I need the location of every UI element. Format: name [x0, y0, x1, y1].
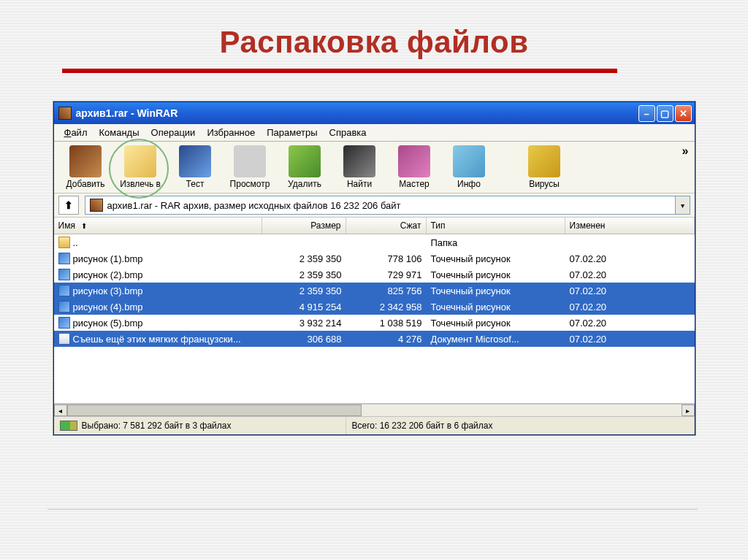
col-type[interactable]: Тип [427, 218, 565, 234]
sort-indicator-icon: ⬆ [81, 222, 87, 230]
toolbar-find[interactable]: Найти [332, 144, 387, 191]
file-date: 07.02.20 [565, 302, 695, 312]
toolbar-overflow[interactable]: » [682, 145, 689, 158]
file-list[interactable]: ..Папкарисунок (1).bmp2 359 350778 106То… [54, 234, 695, 404]
toolbar-info-label: Инфо [442, 179, 497, 189]
table-row[interactable]: ..Папка [54, 234, 695, 250]
scroll-thumb[interactable] [67, 404, 362, 416]
file-size: 2 359 350 [262, 269, 346, 280]
file-size: 2 359 350 [262, 285, 346, 296]
toolbar-add-label: Добавить [58, 179, 113, 189]
close-button[interactable]: ✕ [675, 105, 692, 122]
toolbar-add[interactable]: Добавить [58, 144, 113, 191]
file-type: Точечный рисунок [427, 269, 565, 280]
menu-options[interactable]: Параметры [261, 125, 323, 140]
menu-favorites-label: Избранное [207, 127, 255, 138]
menu-favorites[interactable]: Избранное [201, 125, 261, 140]
file-name: рисунок (5).bmp [73, 318, 143, 329]
toolbar-delete-label: Удалить [278, 179, 332, 189]
menu-help-label: Справка [329, 127, 367, 138]
file-type: Точечный рисунок [427, 318, 565, 329]
col-size-label: Размер [310, 220, 340, 231]
table-row[interactable]: рисунок (4).bmp4 915 2542 342 958Точечны… [54, 299, 695, 315]
toolbar-virus[interactable]: Вирусы [517, 144, 572, 191]
file-packed: 778 106 [346, 253, 427, 264]
col-name-label: Имя [58, 220, 75, 231]
file-date: 07.02.20 [565, 285, 695, 296]
wizard-icon [398, 145, 430, 177]
col-packed[interactable]: Сжат [346, 218, 427, 234]
file-icon [58, 285, 70, 296]
menu-operations-label: Операции [151, 127, 196, 138]
file-icon [58, 301, 70, 312]
file-packed: 4 276 [346, 334, 427, 345]
horizontal-scrollbar[interactable]: ◂ ▸ [54, 404, 695, 417]
file-name: рисунок (1).bmp [73, 253, 143, 264]
col-size[interactable]: Размер [262, 218, 346, 234]
file-packed: 2 342 958 [346, 302, 427, 312]
col-name[interactable]: Имя⬆ [54, 218, 262, 234]
path-dropdown[interactable]: ▾ [676, 196, 690, 215]
toolbar-wizard-label: Мастер [387, 179, 442, 189]
scroll-left-button[interactable]: ◂ [54, 404, 67, 416]
status-total: Всего: 16 232 206 байт в 6 файлах [346, 417, 695, 434]
menu-operations[interactable]: Операции [145, 125, 202, 140]
winrar-window: архив1.rar - WinRAR – ▢ ✕ Файл Команды О… [53, 101, 695, 435]
file-packed: 825 756 [346, 285, 427, 296]
table-row[interactable]: рисунок (3).bmp2 359 350825 756Точечный … [54, 283, 695, 299]
file-name: .. [73, 237, 78, 248]
minimize-button[interactable]: – [638, 105, 655, 122]
file-size: 306 688 [262, 334, 346, 345]
menu-file[interactable]: Файл [58, 125, 94, 140]
toolbar-wizard[interactable]: Мастер [387, 144, 442, 191]
table-row[interactable]: Съешь ещё этих мягких французски...306 6… [54, 331, 695, 347]
slide-title: Распаковка файлов [0, 0, 748, 69]
up-button[interactable]: ⬆ [58, 196, 79, 215]
info-icon [453, 145, 485, 177]
scroll-right-button[interactable]: ▸ [682, 404, 695, 416]
toolbar-info[interactable]: Инфо [442, 144, 497, 191]
file-type: Документ Microsof... [427, 334, 565, 345]
window-frame: архив1.rar - WinRAR – ▢ ✕ Файл Команды О… [53, 101, 696, 436]
toolbar-test[interactable]: Тест [168, 144, 223, 191]
file-icon [58, 269, 70, 280]
table-row[interactable]: рисунок (1).bmp2 359 350778 106Точечный … [54, 250, 695, 266]
menu-commands[interactable]: Команды [93, 125, 145, 140]
col-type-label: Тип [431, 220, 446, 231]
status-total-text: Всего: 16 232 206 байт в 6 файлах [352, 421, 493, 431]
address-bar: ⬆ архив1.rar - RAR архив, размер исходны… [54, 193, 695, 218]
toolbar-extract-label: Извлечь в [113, 179, 168, 189]
maximize-button[interactable]: ▢ [657, 105, 673, 122]
find-icon [343, 145, 375, 177]
file-name: рисунок (2).bmp [73, 269, 143, 280]
titlebar[interactable]: архив1.rar - WinRAR – ▢ ✕ [54, 102, 695, 124]
virus-icon [528, 145, 560, 177]
file-name: рисунок (4).bmp [73, 302, 143, 312]
file-date: 07.02.20 [565, 269, 695, 280]
toolbar-delete[interactable]: Удалить [278, 144, 332, 191]
path-field[interactable]: архив1.rar - RAR архив, размер исходных … [85, 196, 676, 215]
menu-help[interactable]: Справка [324, 125, 373, 140]
file-size: 2 359 350 [262, 253, 346, 264]
statusbar: Выбрано: 7 581 292 байт в 3 файлах Всего… [54, 417, 695, 434]
table-row[interactable]: рисунок (2).bmp2 359 350729 971Точечный … [54, 266, 695, 283]
file-name: рисунок (3).bmp [73, 285, 143, 296]
table-row[interactable]: рисунок (5).bmp3 932 2141 038 519Точечны… [54, 315, 695, 331]
toolbar-test-label: Тест [168, 179, 223, 189]
file-date: 07.02.20 [565, 318, 695, 329]
file-type: Точечный рисунок [427, 253, 565, 264]
divider-thin [47, 509, 698, 510]
file-packed: 1 038 519 [346, 318, 427, 329]
file-type: Точечный рисунок [427, 285, 565, 296]
file-icon [58, 253, 70, 264]
toolbar-view-label: Просмотр [223, 179, 278, 189]
col-packed-label: Сжат [400, 220, 421, 231]
scroll-track[interactable] [67, 404, 682, 416]
toolbar-extract[interactable]: Извлечь в [113, 144, 168, 191]
status-icon [60, 421, 77, 431]
col-date[interactable]: Изменен [565, 218, 695, 234]
toolbar-view[interactable]: Просмотр [223, 144, 278, 191]
test-icon [179, 145, 211, 177]
file-icon [58, 237, 70, 248]
file-icon [58, 333, 70, 345]
